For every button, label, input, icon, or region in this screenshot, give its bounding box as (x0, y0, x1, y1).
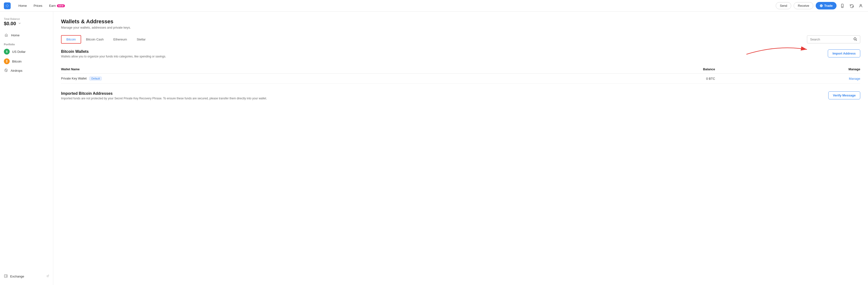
tab-bitcoin[interactable]: Bitcoin (61, 35, 81, 44)
balance-label: Total Balance (4, 18, 49, 20)
bitcoin-wallets-subtitle: Wallets allow you to organize your funds… (61, 55, 166, 58)
refresh-icon[interactable] (848, 2, 855, 9)
user-icon[interactable] (857, 2, 864, 9)
search-box (807, 35, 860, 44)
wallets-header-text: Bitcoin Wallets Wallets allow you to org… (61, 50, 166, 63)
earn-label: Earn (49, 4, 56, 7)
imported-subtitle: Imported funds are not protected by your… (61, 97, 267, 100)
page-title: Wallets & Addresses (61, 19, 860, 25)
topnav-right: Send Receive ⊕ Trade (776, 2, 864, 9)
wallet-balance-cell: 0 BTC (565, 74, 715, 84)
tab-bitcoin-cash[interactable]: Bitcoin Cash (81, 36, 108, 43)
trade-label: Trade (824, 4, 833, 7)
usd-label: US Dollar (12, 50, 26, 54)
external-link-icon (46, 275, 49, 278)
sidebar: Total Balance $0.00 Home Portfolio $ US … (0, 11, 53, 285)
wallet-name-cell: Private Key Wallet Default (61, 74, 565, 84)
sidebar-item-usd[interactable]: $ US Dollar (0, 47, 53, 56)
usd-icon: $ (4, 49, 10, 55)
search-input[interactable] (810, 37, 851, 41)
svg-point-10 (854, 38, 856, 40)
mobile-icon[interactable] (839, 2, 846, 9)
topnav: Home Prices Earn NEW Send Receive ⊕ Trad… (0, 0, 868, 11)
trade-button[interactable]: ⊕ Trade (816, 2, 837, 9)
col-manage: Manage (715, 65, 860, 74)
import-area: Import Address (828, 50, 860, 57)
send-button[interactable]: Send (776, 2, 791, 9)
balance-amount: $0.00 (4, 21, 16, 26)
wallets-table: Wallet Name Balance Manage Private Key W… (61, 65, 860, 84)
svg-line-11 (856, 40, 857, 41)
imported-header-text: Imported Bitcoin Addresses Imported fund… (61, 91, 267, 105)
receive-button[interactable]: Receive (794, 2, 813, 9)
wallet-manage-cell: Manage (715, 74, 860, 84)
sidebar-bottom: Exchange (0, 272, 53, 281)
col-balance: Balance (565, 65, 715, 74)
earn-new-badge: NEW (57, 4, 65, 7)
topnav-links: Home Prices Earn NEW (16, 2, 68, 9)
default-badge: Default (89, 77, 102, 81)
imported-title: Imported Bitcoin Addresses (61, 91, 267, 96)
verify-message-button[interactable]: Verify Message (828, 91, 860, 99)
prices-nav-link[interactable]: Prices (31, 2, 45, 9)
bitcoin-wallets-title: Bitcoin Wallets (61, 50, 166, 54)
wallets-header-container: Bitcoin Wallets Wallets allow you to org… (61, 50, 860, 63)
tab-stellar[interactable]: Stellar (132, 36, 150, 43)
airdrops-icon (4, 68, 8, 73)
svg-point-4 (860, 4, 862, 6)
sidebar-item-home[interactable]: Home (0, 30, 53, 40)
tabs-row: Bitcoin Bitcoin Cash Ethereum Stellar (61, 35, 860, 44)
total-balance-section: Total Balance $0.00 (0, 16, 53, 30)
exchange-icon (4, 274, 8, 279)
svg-point-3 (842, 6, 843, 7)
bitcoin-label: Bitcoin (12, 60, 22, 63)
sidebar-item-bitcoin[interactable]: ₿ Bitcoin (0, 56, 53, 66)
balance-chevron-button[interactable] (18, 21, 22, 26)
table-row: Private Key Wallet Default 0 BTC Manage (61, 74, 860, 84)
svg-point-1 (6, 5, 8, 7)
tab-ethereum[interactable]: Ethereum (108, 36, 132, 43)
main-content: Wallets & Addresses Manage your wallets,… (53, 11, 868, 285)
wallets-header: Bitcoin Wallets Wallets allow you to org… (61, 50, 860, 63)
home-icon (4, 33, 9, 37)
layout: Total Balance $0.00 Home Portfolio $ US … (0, 11, 868, 285)
svg-line-9 (48, 275, 49, 277)
sidebar-item-airdrops[interactable]: Airdrops (0, 66, 53, 75)
sidebar-home-label: Home (11, 33, 20, 37)
col-wallet-name: Wallet Name (61, 65, 565, 74)
home-nav-link[interactable]: Home (16, 2, 30, 9)
imported-header: Imported Bitcoin Addresses Imported fund… (61, 91, 860, 105)
app-logo[interactable] (4, 2, 11, 9)
earn-nav-link[interactable]: Earn NEW (46, 2, 68, 9)
wallet-name-text: Private Key Wallet (61, 77, 87, 80)
search-button[interactable] (853, 37, 857, 42)
import-address-button[interactable]: Import Address (828, 50, 860, 57)
sidebar-item-exchange[interactable]: Exchange (0, 272, 53, 281)
btc-icon: ₿ (4, 58, 10, 64)
portfolio-section-label: Portfolio (0, 40, 53, 47)
manage-link[interactable]: Manage (849, 77, 860, 81)
airdrops-label: Airdrops (11, 69, 22, 73)
page-subtitle: Manage your wallets, addresses and priva… (61, 26, 860, 29)
exchange-label: Exchange (10, 275, 24, 278)
plus-icon: ⊕ (819, 3, 823, 8)
